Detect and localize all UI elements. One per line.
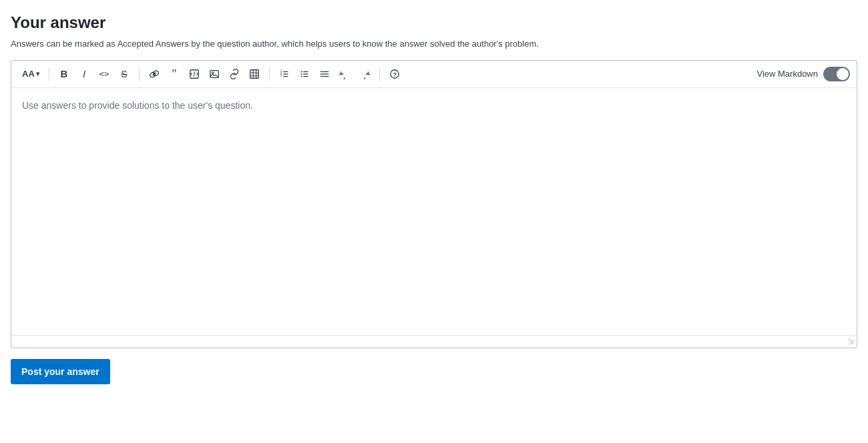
page-title: Your answer: [11, 13, 857, 32]
hyperlink-button[interactable]: [225, 65, 244, 83]
font-size-dropdown-icon: ▾: [36, 70, 39, 77]
view-markdown-toggle[interactable]: [823, 67, 850, 81]
svg-point-2: [212, 71, 214, 73]
svg-point-14: [300, 71, 302, 72]
undo-button[interactable]: [335, 65, 354, 83]
resize-icon: ⇲: [847, 337, 854, 346]
editor-placeholder: Use answers to provide solutions to the …: [22, 99, 846, 113]
font-size-label: AA: [22, 69, 35, 79]
unordered-list-button[interactable]: [295, 65, 314, 83]
ordered-list-button[interactable]: 1 2 3: [275, 65, 294, 83]
svg-text:3: 3: [280, 74, 282, 77]
code-icon: <>: [99, 69, 110, 79]
hyperlink-icon: [229, 69, 240, 79]
bold-button[interactable]: B: [55, 65, 73, 83]
link-icon: [149, 69, 160, 79]
help-icon: ?: [389, 69, 400, 79]
editor-resize-handle: ⇲: [11, 335, 857, 348]
editor-container: AA ▾ B I <> S ": [11, 60, 857, 348]
post-answer-button[interactable]: Post your answer: [11, 359, 110, 384]
strikethrough-button[interactable]: S: [115, 65, 134, 83]
svg-point-15: [300, 73, 302, 74]
undo-icon: [339, 69, 350, 79]
link-button[interactable]: [145, 65, 164, 83]
italic-button[interactable]: I: [75, 65, 93, 83]
svg-rect-3: [250, 69, 258, 77]
redo-icon: [359, 69, 370, 79]
unordered-list-icon: [299, 69, 310, 79]
blockquote-icon: ": [172, 68, 176, 80]
italic-icon: I: [83, 68, 85, 79]
view-markdown-label: View Markdown: [756, 69, 818, 79]
toolbar-divider-3: [269, 67, 270, 81]
table-icon: [249, 69, 260, 79]
toolbar-divider-1: [49, 67, 49, 81]
code-block-button[interactable]: [185, 65, 204, 83]
editor-toolbar: AA ▾ B I <> S ": [11, 61, 857, 88]
image-button[interactable]: [205, 65, 224, 83]
ordered-list-icon: 1 2 3: [279, 69, 290, 79]
blockquote-button[interactable]: ": [165, 65, 184, 83]
editor-body[interactable]: Use answers to provide solutions to the …: [11, 88, 857, 335]
svg-text:?: ?: [393, 71, 397, 77]
subtitle-text: Answers can be marked as Accepted Answer…: [11, 37, 857, 51]
toolbar-divider-2: [139, 67, 140, 81]
horizontal-rule-button[interactable]: [315, 65, 334, 83]
bold-icon: B: [61, 68, 68, 79]
redo-button[interactable]: [355, 65, 374, 83]
code-block-icon: [189, 69, 200, 79]
toolbar-divider-4: [379, 67, 380, 81]
code-button[interactable]: <>: [95, 65, 114, 83]
image-icon: [209, 69, 220, 79]
svg-point-16: [300, 75, 302, 77]
font-size-button[interactable]: AA ▾: [18, 65, 43, 83]
help-button[interactable]: ?: [385, 65, 404, 83]
table-button[interactable]: [245, 65, 264, 83]
horizontal-rule-icon: [319, 69, 330, 79]
strikethrough-icon: S: [121, 69, 127, 79]
view-markdown-wrapper: View Markdown: [756, 67, 850, 81]
